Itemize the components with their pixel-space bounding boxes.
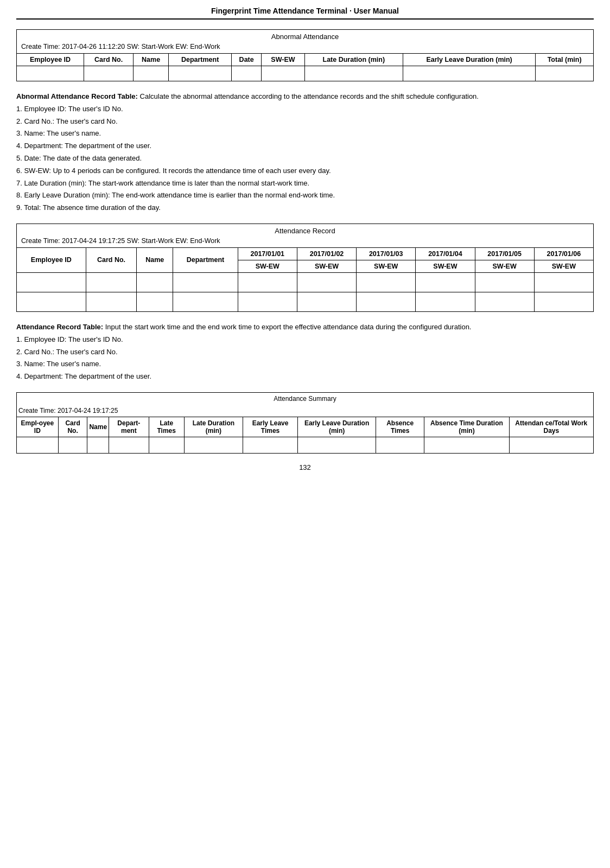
att-col-date-6: 2017/01/06 (534, 247, 593, 260)
abnormal-title: Abnormal Attendance (17, 30, 594, 42)
attendance-info: Create Time: 2017-04-24 19:17:25 SW: Sta… (17, 236, 594, 248)
abnormal-info-row: Create Time: 2017-04-26 11:12:20 SW: Sta… (17, 42, 594, 54)
cell (17, 437, 59, 453)
cell (109, 437, 149, 453)
abnormal-item-8: 8. Early Leave Duration (min): The end-w… (16, 190, 594, 201)
cell (17, 292, 86, 311)
sum-col-attendance-total: Attendan ce/Total Work Days (509, 417, 593, 437)
attendance-title-row: Attendance Record (17, 224, 594, 236)
att-item-2: 2. Card No.: The user's card No. (16, 347, 594, 358)
att-sub-2: SW-EW (297, 260, 356, 272)
att-col-date-2: 2017/01/02 (297, 247, 356, 260)
att-sub-1: SW-EW (238, 260, 297, 272)
abnormal-section: Abnormal Attendance Create Time: 2017-04… (16, 29, 594, 81)
cell (534, 272, 593, 292)
col-date: Date (232, 54, 262, 66)
col-name: Name (134, 54, 169, 66)
abnormal-title-row: Abnormal Attendance (17, 30, 594, 42)
sum-col-absence-duration: Absence Time Duration (min) (424, 417, 509, 437)
abnormal-item-3: 3. Name: The user's name. (16, 128, 594, 139)
attendance-description: Attendance Record Table: Input the start… (16, 322, 594, 382)
attendance-header-row-1: Employee ID Card No. Name Department 201… (17, 247, 594, 260)
abnormal-description: Abnormal Attendance Record Table: Calcul… (16, 91, 594, 214)
attendance-title: Attendance Record (17, 224, 594, 236)
abnormal-desc-title-line: Abnormal Attendance Record Table: Calcul… (16, 91, 594, 103)
sum-col-early-leave-duration: Early Leave Duration (min) (298, 417, 376, 437)
cell (134, 66, 169, 81)
att-sub-5: SW-EW (475, 260, 534, 272)
att-desc-title-line: Attendance Record Table: Input the start… (16, 322, 594, 333)
cell (304, 66, 403, 81)
cell (137, 292, 173, 311)
cell (17, 272, 86, 292)
att-sub-4: SW-EW (416, 260, 475, 272)
cell (357, 292, 416, 311)
attendance-data-row-1 (17, 272, 594, 292)
cell (416, 292, 475, 311)
sum-col-name: Name (87, 417, 109, 437)
sum-col-employee-id: Empl-oyee ID (17, 417, 59, 437)
sum-col-late-times: Late Times (149, 417, 184, 437)
cell (58, 437, 87, 453)
cell (262, 66, 305, 81)
abnormal-desc-body: Calculate the abnormal attendance accord… (140, 92, 479, 100)
cell (536, 66, 594, 81)
abnormal-table: Abnormal Attendance Create Time: 2017-04… (16, 29, 594, 81)
abnormal-item-1: 1. Employee ID: The user's ID No. (16, 104, 594, 115)
cell (297, 292, 356, 311)
att-sub-3: SW-EW (357, 260, 416, 272)
abnormal-desc-title: Abnormal Attendance Record Table: (16, 92, 138, 100)
att-col-date-3: 2017/01/03 (357, 247, 416, 260)
summary-info-row: Create Time: 2017-04-24 19:17:25 (17, 405, 594, 417)
att-sub-6: SW-EW (534, 260, 593, 272)
cell (475, 292, 534, 311)
cell (297, 272, 356, 292)
att-desc-title: Attendance Record Table: (16, 323, 103, 331)
att-item-3: 3. Name: The user's name. (16, 359, 594, 370)
attendance-info-row: Create Time: 2017-04-24 19:17:25 SW: Sta… (17, 236, 594, 248)
cell (534, 292, 593, 311)
att-item-4: 4. Department: The department of the use… (16, 371, 594, 382)
attendance-data-row-2 (17, 292, 594, 311)
att-col-department: Department (173, 247, 238, 272)
sum-col-early-leave-times: Early Leave Times (243, 417, 297, 437)
cell (424, 437, 509, 453)
cell (232, 66, 262, 81)
att-col-date-1: 2017/01/01 (238, 247, 297, 260)
summary-data-row (17, 437, 594, 453)
cell (184, 437, 243, 453)
summary-title: Attendance Summary (17, 392, 594, 405)
att-col-date-5: 2017/01/05 (475, 247, 534, 260)
cell (509, 437, 593, 453)
att-col-employee-id: Employee ID (17, 247, 86, 272)
sum-col-absence-times: Absence Times (376, 417, 424, 437)
cell (376, 437, 424, 453)
summary-table: Attendance Summary Create Time: 2017-04-… (16, 392, 594, 454)
summary-info: Create Time: 2017-04-24 19:17:25 (17, 405, 594, 417)
sum-col-late-duration: Late Duration (min) (184, 417, 243, 437)
col-card-no: Card No. (84, 54, 134, 66)
abnormal-data-row (17, 66, 594, 81)
cell (86, 272, 137, 292)
abnormal-item-2: 2. Card No.: The user's card No. (16, 116, 594, 127)
cell (173, 272, 238, 292)
cell (17, 66, 84, 81)
cell (475, 272, 534, 292)
cell (173, 292, 238, 311)
att-desc-body: Input the start work time and the end wo… (105, 323, 472, 331)
cell (149, 437, 184, 453)
sum-col-department: Depart-ment (109, 417, 149, 437)
cell (169, 66, 232, 81)
cell (243, 437, 297, 453)
cell (87, 437, 109, 453)
att-item-1: 1. Employee ID: The user's ID No. (16, 334, 594, 346)
abnormal-item-6: 6. SW-EW: Up to 4 periods can be configu… (16, 165, 594, 177)
summary-section: Attendance Summary Create Time: 2017-04-… (16, 392, 594, 454)
abnormal-item-9: 9. Total: The absence time duration of t… (16, 202, 594, 214)
col-late-duration: Late Duration (min) (304, 54, 403, 66)
col-department: Department (169, 54, 232, 66)
abnormal-item-7: 7. Late Duration (min): The start-work a… (16, 178, 594, 189)
page-number: 132 (299, 463, 311, 471)
att-col-card-no: Card No. (86, 247, 137, 272)
header-separator: · (350, 7, 352, 15)
